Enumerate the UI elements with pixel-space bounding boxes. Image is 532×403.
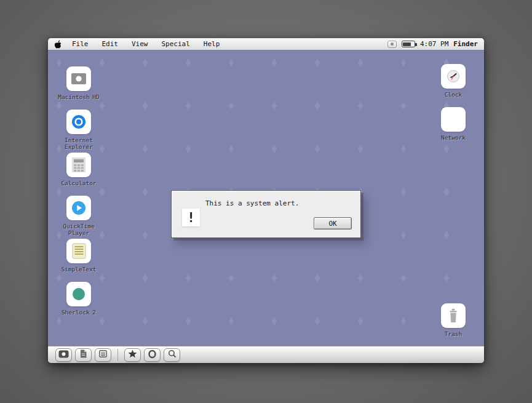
desktop: Macintosh HDInternet ExplorerCalculatorQ… (48, 50, 484, 346)
alert-dialog: ! This is a system alert. OK (171, 190, 361, 238)
toolbar-button-search[interactable] (164, 348, 180, 362)
desktop-icon-network[interactable]: Network (432, 107, 474, 141)
toolbar-button-favorites[interactable] (124, 348, 141, 362)
desktop-icon-trash[interactable]: Trash (432, 303, 474, 337)
menubar-status-area: 4:07 PM Finder (387, 40, 478, 48)
network-icon[interactable] (441, 107, 466, 132)
menu-view[interactable]: View (125, 40, 155, 48)
quicktime-icon[interactable] (66, 196, 91, 220)
list-doc-icon (99, 350, 107, 359)
alert-message: This is a system alert. (205, 199, 299, 207)
battery-icon (402, 41, 415, 47)
menu-help[interactable]: Help (197, 40, 227, 48)
icon-label-sherlock-2: Sherlock 2 (62, 309, 96, 316)
icon-label-network: Network (441, 134, 466, 141)
simpletext-icon[interactable] (66, 239, 91, 263)
hard-drive-icon[interactable] (66, 66, 91, 91)
desktop-icon-macintosh-hd[interactable]: Macintosh HD (58, 66, 100, 100)
toolbar-divider (117, 349, 118, 361)
icon-label-simpletext: SimpleText (61, 266, 96, 273)
desktop-icon-quicktime-player[interactable]: QuickTime Player (58, 196, 100, 236)
emulated-mac-screen: FileEditViewSpecialHelp 4:07 PM Finder M… (48, 38, 484, 363)
toolbar-button-document[interactable] (75, 348, 92, 362)
icon-label-internet-explorer: Internet Explorer (58, 137, 100, 150)
ok-button[interactable]: OK (314, 217, 352, 229)
clock-icon[interactable] (441, 64, 466, 89)
desktop-icon-simpletext[interactable]: SimpleText (58, 239, 100, 273)
active-app-menu[interactable]: Finder (453, 40, 478, 48)
drive-mini-icon (58, 350, 69, 360)
desktop-icon-sherlock-2[interactable]: Sherlock 2 (58, 282, 100, 316)
calculator-icon[interactable] (66, 153, 91, 177)
document-icon (80, 349, 87, 360)
magnifier-icon (168, 349, 177, 360)
icon-label-macintosh-hd: Macintosh HD (58, 94, 100, 100)
icon-label-clock: Clock (445, 91, 463, 98)
desktop-icon-calculator[interactable]: Calculator (58, 153, 100, 186)
toolbar-button-drive[interactable] (55, 348, 72, 362)
menubar-clock[interactable]: 4:07 PM (420, 40, 448, 48)
outer-background: FileEditViewSpecialHelp 4:07 PM Finder M… (0, 0, 532, 403)
icon-label-trash: Trash (445, 330, 463, 337)
star-icon (128, 349, 137, 360)
menu-list: FileEditViewSpecialHelp (65, 40, 226, 48)
menu-edit[interactable]: Edit (95, 40, 125, 48)
ring-icon (148, 349, 157, 361)
exclamation-icon: ! (182, 209, 200, 226)
sherlock-icon[interactable] (66, 282, 91, 306)
icon-label-calculator: Calculator (61, 180, 96, 186)
menu-file[interactable]: File (65, 40, 95, 48)
desktop-icon-internet-explorer[interactable]: Internet Explorer (58, 110, 100, 150)
icon-label-quicktime-player: QuickTime Player (58, 223, 100, 236)
toolbar-button-list[interactable] (95, 348, 111, 362)
desktop-icon-clock[interactable]: Clock (432, 64, 474, 98)
bottom-toolbar (48, 346, 484, 363)
apple-logo-icon (54, 40, 62, 49)
menu-bar: FileEditViewSpecialHelp 4:07 PM Finder (48, 38, 484, 50)
menu-extra-button[interactable] (387, 41, 397, 48)
trash-icon[interactable] (441, 303, 466, 328)
internet-explorer-icon[interactable] (66, 110, 91, 134)
toolbar-button-apps[interactable] (144, 348, 161, 362)
dot-indicator-icon (391, 42, 394, 46)
menu-special[interactable]: Special (155, 40, 197, 48)
apple-menu[interactable] (54, 40, 62, 49)
